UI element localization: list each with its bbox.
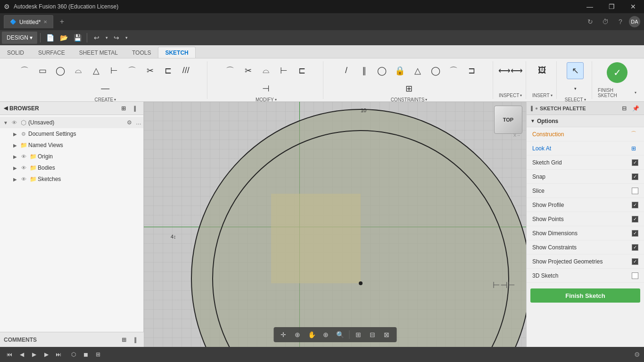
option-slice[interactable]: Slice (527, 184, 644, 198)
show-projected-geometries-checkbox[interactable] (632, 258, 638, 265)
canvas-area[interactable]: 10 4↕ 25 ⊢⊣⊢ TOP X→ ✛ ⊕ ✋ ⊕ 🔍 (144, 102, 526, 347)
slice-checkbox[interactable] (632, 188, 638, 194)
insert-label[interactable]: INSERT▾ (532, 93, 553, 98)
option-3d-sketch[interactable]: 3D Sketch (527, 269, 644, 283)
design-menu-button[interactable]: DESIGN ▾ (2, 32, 37, 44)
palette-collapse-icon[interactable]: ‖ (530, 105, 533, 111)
palette-pin-icon[interactable]: 📌 (631, 104, 640, 113)
view-cube-label[interactable]: TOP (494, 106, 522, 134)
clock-icon[interactable]: ⏱ (599, 15, 612, 28)
comments-collapse-icon[interactable]: ‖ (131, 335, 140, 345)
conic-tool[interactable]: ✂ (141, 62, 158, 79)
measure-tool[interactable]: ⟷⟷ (500, 62, 521, 79)
account-icon[interactable]: DA (629, 16, 640, 27)
tree-item-root[interactable]: ▼ 👁 ⬡ (Unsaved) ⚙ … (0, 117, 143, 128)
undo-icon[interactable]: ↩ (90, 32, 103, 44)
open-file-icon[interactable]: 📂 (57, 32, 70, 44)
tab-tools[interactable]: TOOLS (125, 47, 158, 58)
snap-move-icon[interactable]: ✛ (277, 329, 289, 341)
nav-first-button[interactable]: ⏮ (4, 349, 15, 360)
root-settings-icon[interactable]: ⚙ (124, 118, 134, 127)
extend-tool[interactable]: ⌓ (257, 62, 274, 79)
nav-next-button[interactable]: ▶ (41, 349, 52, 360)
options-section-header[interactable]: ▼ Options (527, 115, 644, 127)
arc-tool[interactable]: ⌓ (70, 62, 87, 79)
save-icon[interactable]: 💾 (71, 32, 84, 44)
option-show-constraints[interactable]: Show Constraints (527, 240, 644, 255)
tab-sketch[interactable]: SKETCH (158, 47, 195, 58)
sketch-grid-checkbox[interactable] (632, 159, 638, 166)
view-shaded-icon[interactable]: ◼ (80, 349, 91, 360)
document-tab[interactable]: 🔷 Untitled* ✕ (4, 15, 53, 28)
tab-surface[interactable]: SURFACE (31, 47, 72, 58)
option-show-profile[interactable]: Show Profile (527, 198, 644, 212)
fillet-tool[interactable]: ⌒ (222, 62, 239, 79)
snap-zoom-icon[interactable]: ⊕ (320, 329, 332, 341)
dimension-handle[interactable]: ⊢⊣⊢ (493, 280, 515, 290)
slot-tool[interactable]: ⊢ (106, 62, 123, 79)
show-dimensions-checkbox[interactable] (632, 230, 638, 237)
midpoint-tool[interactable]: 🔒 (391, 62, 408, 79)
break-tool[interactable]: ⊢ (275, 62, 292, 79)
construction-icon[interactable]: ⌒ (629, 130, 638, 139)
constraints-label[interactable]: CONSTRAINTS▾ (391, 97, 428, 102)
tab-sheet-metal[interactable]: SHEET METAL (72, 47, 125, 58)
polygon-tool[interactable]: △ (88, 62, 105, 79)
origin-visibility-icon[interactable]: 👁 (20, 153, 27, 160)
tab-solid[interactable]: SOLID (0, 47, 31, 58)
select-dropdown[interactable]: ▾ (571, 80, 579, 97)
show-profile-checkbox[interactable] (632, 202, 638, 208)
new-file-icon[interactable]: 📄 (43, 32, 57, 44)
rect-tool[interactable]: ▭ (34, 62, 51, 79)
minimize-button[interactable]: — (579, 0, 601, 13)
select-tool[interactable]: ↖ (567, 62, 584, 79)
palette-expand-icon[interactable]: ⊟ (619, 104, 629, 113)
root-toggle[interactable]: ▼ (2, 119, 9, 126)
snap-grid-icon[interactable]: ⊟ (366, 329, 379, 341)
option-construction[interactable]: Construction ⌒ (527, 127, 644, 141)
coincident-tool[interactable]: / (338, 62, 355, 79)
browser-collapse-right-icon[interactable]: ‖ (130, 104, 140, 113)
circle-tool[interactable]: ◯ (52, 62, 69, 79)
snap-display-icon[interactable]: ⊠ (380, 329, 393, 341)
symmetric-tool[interactable]: ⊞ (400, 80, 417, 97)
spline-tool[interactable]: ⌒ (124, 62, 140, 79)
snap-look-icon[interactable]: 🔍 (334, 329, 346, 341)
offset-tool[interactable]: ⊏ (293, 62, 310, 79)
snap-pan-icon[interactable]: ✋ (305, 329, 318, 341)
select-label[interactable]: SELECT▾ (565, 97, 586, 102)
concentric-tool[interactable]: ◯ (373, 62, 390, 79)
collinear-tool[interactable]: ∥ (355, 62, 372, 79)
smooth-tool[interactable]: ⊐ (463, 62, 480, 79)
finish-sketch-tool[interactable]: ✓ (607, 62, 627, 83)
comments-expand-icon[interactable]: ⊞ (119, 335, 129, 345)
3d-sketch-checkbox[interactable] (632, 272, 638, 279)
construction-label[interactable]: Construction (532, 131, 629, 138)
line-tool[interactable]: ⌒ (16, 62, 33, 79)
nav-last-button[interactable]: ⏭ (53, 349, 64, 360)
point-tool[interactable]: — (97, 80, 114, 97)
option-sketch-grid[interactable]: Sketch Grid (527, 156, 644, 170)
bodies-toggle[interactable]: ▶ (11, 164, 19, 172)
modify-label[interactable]: MODIFY▾ (256, 97, 277, 102)
redo-dropdown-icon[interactable]: ▾ (124, 32, 129, 44)
doc-settings-toggle[interactable]: ▶ (11, 130, 19, 138)
hatch-tool[interactable]: /// (177, 62, 194, 79)
finish-sketch-button[interactable]: Finish Sketch (530, 288, 640, 303)
close-button[interactable]: ✕ (622, 0, 644, 13)
nav-prev-button[interactable]: ◀ (16, 349, 27, 360)
undo-dropdown-icon[interactable]: ▾ (104, 32, 109, 44)
named-views-toggle[interactable]: ▶ (11, 141, 19, 149)
option-look-at[interactable]: Look At ⊞ (527, 141, 644, 156)
show-points-checkbox[interactable] (632, 216, 638, 222)
origin-toggle[interactable]: ▶ (11, 153, 19, 160)
tree-item-bodies[interactable]: ▶ 👁 📁 Bodies (0, 162, 143, 173)
tab-add-button[interactable]: + (55, 15, 68, 28)
option-show-points[interactable]: Show Points (527, 212, 644, 226)
tree-item-sketches[interactable]: ▶ 👁 📁 Sketches (0, 173, 143, 185)
settings-icon[interactable]: ⚙ (634, 351, 640, 358)
nav-play-button[interactable]: ▶ (28, 349, 40, 360)
snap-orbit-icon[interactable]: ⊕ (291, 329, 304, 341)
sketches-visibility-icon[interactable]: 👁 (20, 175, 27, 183)
view-grid-icon[interactable]: ⊞ (92, 349, 104, 360)
